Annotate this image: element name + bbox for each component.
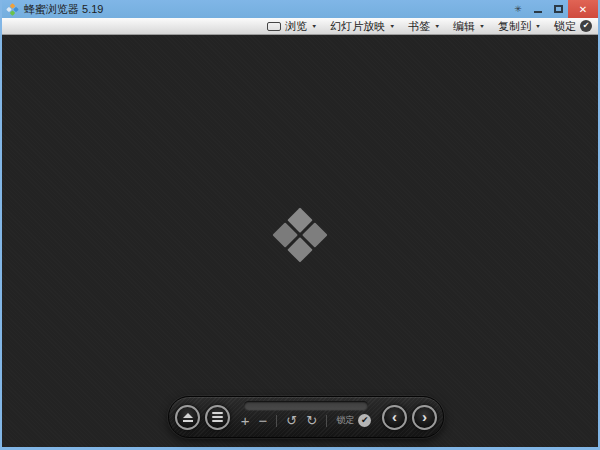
menu-copy-to[interactable]: 复制到 ▼ [498, 19, 541, 34]
chevron-right-icon: › [422, 409, 427, 424]
lock-toggle[interactable]: 锁定 ✔ [336, 414, 371, 427]
check-circle-icon: ✔ [580, 20, 592, 32]
maximize-button[interactable] [548, 0, 568, 18]
menu-lock-label: 锁定 [554, 19, 576, 34]
menu-copy-to-label: 复制到 [498, 19, 531, 34]
chevron-down-icon: ▼ [535, 23, 541, 28]
zoom-out-button[interactable]: − [259, 413, 268, 428]
menu-edit[interactable]: 编辑 ▼ [453, 19, 485, 34]
zoom-in-button[interactable]: + [241, 413, 250, 428]
hamburger-menu-icon [212, 412, 223, 422]
chevron-left-icon: ‹ [392, 409, 397, 424]
pin-topmost-button[interactable]: ✳ [508, 0, 528, 18]
chevron-down-icon: ▼ [311, 23, 317, 28]
control-row: + − ↺ ↻ 锁定 ✔ [241, 413, 371, 428]
check-circle-icon: ✔ [358, 414, 371, 427]
divider [326, 415, 327, 427]
menu-bookmarks-label: 书签 [408, 19, 430, 34]
minimize-icon [534, 11, 542, 13]
eject-icon-bar [183, 420, 193, 422]
pin-topmost-icon: ✳ [514, 4, 522, 14]
close-icon: ✕ [579, 4, 587, 15]
rotate-left-button[interactable]: ↺ [286, 414, 297, 427]
chevron-down-icon: ▼ [389, 23, 395, 28]
main-toolbar: 浏览 ▼ 幻灯片放映 ▼ 书签 ▼ 编辑 ▼ 复制到 ▼ 锁定 ✔ [2, 18, 598, 35]
close-button[interactable]: ✕ [568, 0, 598, 18]
chevron-down-icon: ▼ [479, 23, 485, 28]
rotate-right-button[interactable]: ↻ [306, 414, 317, 427]
position-slider[interactable] [244, 401, 368, 410]
app-logo-icon [6, 3, 19, 16]
menu-browse[interactable]: 浏览 ▼ [267, 19, 317, 34]
eject-icon [183, 413, 193, 418]
minimize-button[interactable] [528, 0, 548, 18]
divider [276, 415, 277, 427]
previous-image-button[interactable]: ‹ [382, 405, 407, 430]
image-canvas: + − ↺ ↻ 锁定 ✔ ‹ › [2, 35, 598, 447]
next-image-button[interactable]: › [412, 405, 437, 430]
screen-view-icon [267, 22, 281, 31]
app-window: 蜂蜜浏览器 5.19 ✳ ✕ 浏览 ▼ 幻灯片放映 ▼ 书签 ▼ 编辑 [0, 0, 600, 450]
eject-button[interactable] [175, 405, 200, 430]
chevron-down-icon: ▼ [434, 23, 440, 28]
app-logo-watermark [272, 207, 327, 262]
menu-bookmarks[interactable]: 书签 ▼ [408, 19, 440, 34]
control-bar-middle: + − ↺ ↻ 锁定 ✔ [238, 397, 374, 428]
bottom-control-bar: + − ↺ ↻ 锁定 ✔ ‹ › [168, 396, 444, 438]
menu-lock-toggle[interactable]: 锁定 ✔ [554, 19, 592, 34]
menu-edit-label: 编辑 [453, 19, 475, 34]
menu-browse-label: 浏览 [285, 19, 307, 34]
maximize-icon [554, 5, 563, 13]
window-title: 蜂蜜浏览器 5.19 [24, 0, 103, 18]
menu-slideshow-label: 幻灯片放映 [330, 19, 385, 34]
menu-button[interactable] [205, 405, 230, 430]
title-bar: 蜂蜜浏览器 5.19 ✳ ✕ [2, 0, 598, 18]
lock-label: 锁定 [336, 414, 354, 427]
menu-slideshow[interactable]: 幻灯片放映 ▼ [330, 19, 395, 34]
